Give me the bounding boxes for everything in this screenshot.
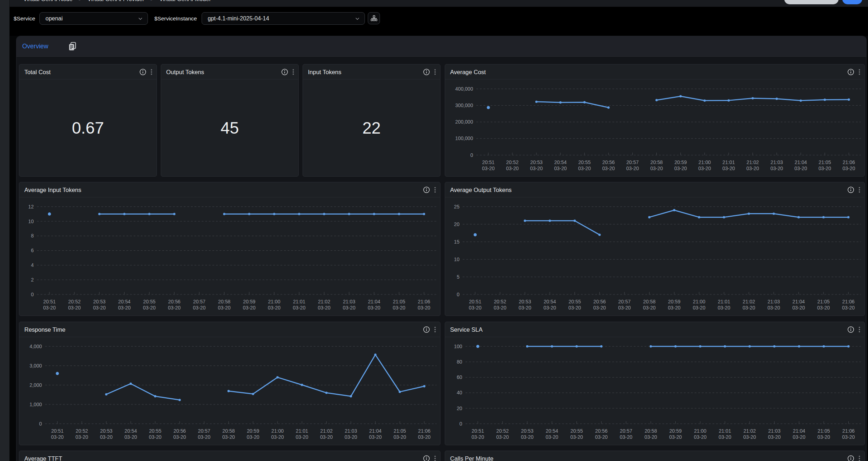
x-axis-time-label: 20:59 [243, 299, 256, 304]
x-axis-date-label: 03-20 [100, 434, 113, 440]
data-point [301, 384, 303, 386]
kebab-menu-icon[interactable] [431, 326, 439, 333]
y-axis-label: 12 [28, 204, 34, 210]
x-axis-date-label: 03-20 [818, 434, 830, 440]
x-axis-time-label: 21:03 [768, 299, 780, 304]
x-axis-date-label: 03-20 [674, 166, 687, 171]
breadcrumb-item[interactable]: Virtual GenAI Model [159, 0, 211, 3]
panel-response-time: Response Time 01,0002,0003,0004,00020:51… [19, 322, 440, 445]
x-axis-time-label: 20:58 [645, 428, 657, 434]
x-axis-date-label: 03-20 [218, 305, 231, 311]
x-axis-date-label: 03-20 [222, 434, 235, 440]
kebab-menu-icon[interactable] [856, 326, 863, 333]
x-axis-time-label: 21:03 [768, 428, 781, 434]
chart-area: 01,0002,0003,0004,00020:5103-2020:5203-2… [19, 337, 440, 445]
data-point [98, 213, 100, 215]
info-icon[interactable] [423, 455, 430, 461]
y-axis-label: 2,000 [29, 383, 42, 388]
y-axis-label: 4,000 [29, 344, 42, 349]
account-button[interactable] [842, 0, 862, 4]
breadcrumb-item[interactable]: Virtual GenAI Node [23, 0, 73, 3]
panel-total-cost: Total Cost 0.67 [19, 64, 157, 177]
info-icon[interactable] [423, 326, 430, 333]
data-point [797, 216, 800, 218]
x-axis-date-label: 03-20 [506, 166, 519, 171]
info-icon[interactable] [281, 68, 288, 76]
y-axis-label: 40 [457, 390, 462, 395]
x-axis-date-label: 03-20 [718, 305, 730, 311]
info-icon[interactable] [423, 186, 430, 193]
kebab-menu-icon[interactable] [856, 186, 863, 193]
y-axis-label: 6 [31, 248, 34, 253]
data-point [399, 391, 401, 393]
x-axis-date-label: 03-20 [817, 305, 830, 311]
panel-service-sla: Service SLA 02040608010020:5103-2020:520… [445, 322, 865, 445]
info-icon[interactable] [847, 326, 854, 333]
kebab-menu-icon[interactable] [290, 68, 297, 76]
y-axis-label: 200,000 [455, 119, 473, 125]
breadcrumb-separator: > [79, 0, 82, 2]
info-icon[interactable] [423, 68, 430, 76]
panel-header: Average TTFT [19, 451, 440, 461]
x-axis-time-label: 20:51 [51, 428, 64, 434]
data-point [798, 345, 800, 347]
x-axis-time-label: 20:53 [100, 428, 113, 434]
x-axis-date-label: 03-20 [743, 434, 756, 440]
x-axis-time-label: 20:59 [247, 428, 259, 434]
x-axis-date-label: 03-20 [143, 305, 156, 311]
x-axis-time-label: 20:56 [595, 428, 608, 434]
kebab-menu-icon[interactable] [856, 455, 863, 461]
info-icon[interactable] [847, 186, 854, 193]
data-point [487, 106, 490, 109]
x-axis-date-label: 03-20 [76, 434, 88, 440]
kebab-menu-icon[interactable] [431, 68, 439, 76]
info-icon[interactable] [847, 455, 854, 461]
x-axis-date-label: 03-20 [193, 305, 206, 311]
x-axis-time-label: 20:59 [669, 428, 682, 434]
panel-title: Average Cost [450, 64, 486, 80]
data-point [276, 376, 279, 378]
panel-calls-per-minute: Calls Per Minute [445, 451, 865, 461]
service-dropdown[interactable]: openai [39, 12, 148, 25]
x-axis-date-label: 03-20 [530, 166, 543, 171]
data-point [655, 99, 657, 101]
x-axis-date-label: 03-20 [620, 434, 633, 440]
x-axis-time-label: 21:06 [842, 299, 855, 304]
breadcrumb-item[interactable]: Virtual GenAI Provider [87, 0, 144, 3]
topology-button[interactable] [368, 12, 380, 24]
service-instance-dropdown[interactable]: gpt-4.1-mini-2025-04-14 [202, 12, 365, 25]
data-point [673, 209, 675, 211]
report-icon[interactable] [68, 42, 77, 53]
panel-average-output-tokens: Average Output Tokens 051015202520:5103-… [445, 182, 865, 316]
y-axis-label: 100,000 [455, 136, 473, 141]
x-axis-date-label: 03-20 [698, 166, 711, 171]
kebab-menu-icon[interactable] [431, 455, 439, 461]
kebab-menu-icon[interactable] [856, 68, 863, 76]
x-axis-date-label: 03-20 [743, 305, 756, 311]
y-axis-label: 10 [28, 219, 34, 224]
x-axis-date-label: 03-20 [268, 305, 281, 311]
info-icon[interactable] [139, 68, 146, 76]
x-axis-date-label: 03-20 [271, 434, 284, 440]
data-point [574, 220, 576, 222]
x-axis-time-label: 20:55 [149, 428, 161, 434]
kebab-menu-icon[interactable] [148, 68, 155, 76]
x-axis-date-label: 03-20 [343, 305, 356, 311]
panel-header: Response Time [19, 322, 440, 337]
x-axis-time-label: 21:00 [693, 299, 705, 304]
data-point [298, 213, 300, 215]
x-axis-date-label: 03-20 [68, 305, 81, 311]
panel-input-tokens: Input Tokens 22 [303, 64, 440, 177]
info-icon[interactable] [847, 68, 854, 76]
x-axis-date-label: 03-20 [124, 434, 137, 440]
kebab-menu-icon[interactable] [431, 186, 439, 193]
panel-title: Calls Per Minute [450, 451, 493, 461]
x-axis-date-label: 03-20 [595, 434, 608, 440]
data-point [549, 220, 551, 222]
share-button[interactable] [784, 0, 839, 4]
panel-title: Response Time [24, 322, 66, 337]
panel-average-cost: Average Cost 0100,000200,000300,000400,0… [445, 64, 865, 177]
x-axis-time-label: 20:57 [193, 299, 206, 304]
tab-overview[interactable]: Overview [22, 36, 48, 57]
data-point [748, 345, 751, 347]
